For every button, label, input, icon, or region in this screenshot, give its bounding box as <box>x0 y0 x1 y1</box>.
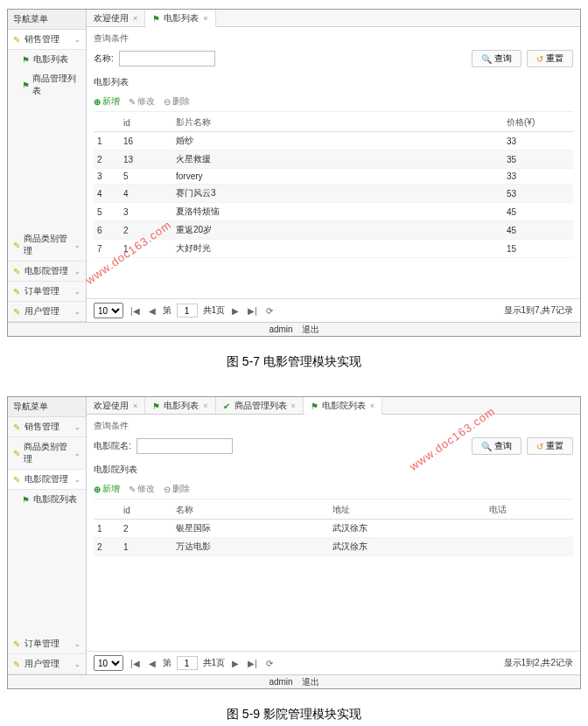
sidebar-item-sales[interactable]: ✎销售管理⌄ <box>8 417 86 437</box>
reset-button[interactable]: ↺重置 <box>527 50 573 67</box>
sidebar-item-cinema[interactable]: ✎电影院管理⌄ <box>8 470 86 490</box>
button-label: 查询 <box>494 440 512 452</box>
delete-button[interactable]: ⊖删除 <box>164 483 190 495</box>
page-input[interactable] <box>177 304 198 318</box>
pager-last[interactable]: ▶| <box>246 306 259 316</box>
logout-link[interactable]: 退出 <box>302 324 319 336</box>
sidebar-item-cinema[interactable]: ✎电影院管理⌄ <box>8 262 86 282</box>
sidebar-item-order[interactable]: ✎订单管理⌄ <box>8 282 86 302</box>
close-icon[interactable]: × <box>291 401 296 410</box>
close-icon[interactable]: × <box>370 401 374 410</box>
sidebar-item-sales[interactable]: ✎销售管理⌄ <box>8 30 86 50</box>
add-button[interactable]: ⊕新增 <box>94 95 120 108</box>
table-row[interactable]: 35forvery33 <box>94 169 573 185</box>
sidebar-item-label: 用户管理 <box>24 658 60 670</box>
page-input[interactable] <box>177 656 198 670</box>
cinema-name-input[interactable] <box>136 438 233 454</box>
table-row[interactable]: 213火星救援35 <box>94 150 573 169</box>
tabs: 欢迎使用× ⚑电影列表× ✔商品管理列表× ⚑电影院列表× <box>87 397 580 415</box>
pager-first[interactable]: |◀ <box>129 306 142 316</box>
page-size-select[interactable]: 10 <box>94 303 123 318</box>
close-icon[interactable]: × <box>133 401 137 410</box>
pen-icon: ✎ <box>13 660 22 668</box>
pager-first[interactable]: |◀ <box>129 659 142 668</box>
page-size-select[interactable]: 10 <box>94 655 123 671</box>
tab-goodslist[interactable]: ✔商品管理列表× <box>216 397 304 414</box>
tab-movielist[interactable]: ⚑电影列表× <box>145 397 215 414</box>
sidebar-item-goodscat[interactable]: ✎商品类别管理⌄ <box>8 229 86 262</box>
reset-icon: ↺ <box>536 54 543 64</box>
close-icon[interactable]: × <box>133 14 137 23</box>
pager-next[interactable]: ▶ <box>230 659 241 668</box>
flag-icon: ⚑ <box>22 55 31 64</box>
edit-button[interactable]: ✎修改 <box>129 95 155 108</box>
sidebar-item-order[interactable]: ✎订单管理⌄ <box>8 634 86 654</box>
add-button[interactable]: ⊕新增 <box>94 483 120 495</box>
button-label: 删除 <box>172 95 190 108</box>
sidebar-item-user[interactable]: ✎用户管理⌄ <box>8 302 86 322</box>
tab-welcome[interactable]: 欢迎使用× <box>87 10 145 26</box>
table-row[interactable]: 21万达电影武汉徐东 <box>94 538 573 556</box>
sidebar-item-goodscat[interactable]: ✎商品类别管理⌄ <box>8 437 86 470</box>
th-num <box>94 501 120 520</box>
search-label: 电影院名: <box>94 440 131 452</box>
delete-button[interactable]: ⊖删除 <box>164 95 190 108</box>
table-row[interactable]: 53夏洛特烦恼45 <box>94 203 573 221</box>
sidebar-item-label: 商品类别管理 <box>24 441 72 465</box>
name-input[interactable] <box>119 51 215 66</box>
chevron-icon: ⌄ <box>74 288 80 296</box>
table-row[interactable]: 116婚纱33 <box>94 132 573 150</box>
table-row[interactable]: 44赛门风云353 <box>94 185 573 203</box>
sidebar-item-label: 电影院管理 <box>24 265 68 277</box>
pen-icon: ✎ <box>13 35 22 44</box>
minus-icon: ⊖ <box>164 97 171 107</box>
tab-cinemalist[interactable]: ⚑电影院列表× <box>304 397 382 415</box>
pager-prev[interactable]: ◀ <box>147 659 158 668</box>
sidebar-title: 导航菜单 <box>8 397 86 417</box>
search-button[interactable]: 🔍查询 <box>472 50 522 67</box>
chevron-down-icon: ⌄ <box>74 36 80 44</box>
tab-label: 欢迎使用 <box>94 400 129 412</box>
th-price: 价格(¥) <box>503 114 573 132</box>
pager-refresh[interactable]: ⟳ <box>264 306 275 316</box>
th-addr: 地址 <box>329 501 486 520</box>
pager-prev[interactable]: ◀ <box>147 306 158 316</box>
pager-next[interactable]: ▶ <box>230 306 241 316</box>
reset-icon: ↺ <box>536 442 543 451</box>
logout-link[interactable]: 退出 <box>302 676 319 688</box>
chevron-icon: ⌄ <box>74 640 80 648</box>
sidebar-sub-movielist[interactable]: ⚑电影列表 <box>8 50 86 69</box>
pen-icon: ✎ <box>13 241 21 249</box>
tick-icon: ✔ <box>223 401 232 410</box>
pager-last[interactable]: ▶| <box>246 659 259 668</box>
flag-icon: ⚑ <box>22 80 30 89</box>
button-label: 修改 <box>137 95 155 108</box>
sidebar-item-label: 电影院管理 <box>24 473 68 485</box>
pager-label: 第 <box>163 304 172 317</box>
tab-movielist[interactable]: ⚑电影列表× <box>145 10 215 27</box>
table-row[interactable]: 62重返20岁45 <box>94 221 573 240</box>
pager-refresh[interactable]: ⟳ <box>264 659 275 668</box>
sidebar-item-user[interactable]: ✎用户管理⌄ <box>8 654 86 674</box>
flag-icon: ⚑ <box>152 14 161 23</box>
close-icon[interactable]: × <box>203 14 207 23</box>
footer: admin 退出 <box>8 674 580 688</box>
reset-button[interactable]: ↺重置 <box>527 437 573 455</box>
figure-caption-2: 图 5-9 影院管理模块实现 <box>0 707 588 723</box>
table-row[interactable]: 71大好时光15 <box>94 240 573 258</box>
search-button[interactable]: 🔍查询 <box>472 437 522 455</box>
th-id: id <box>120 114 172 132</box>
pen-icon: ✎ <box>13 422 22 431</box>
table-row[interactable]: 12银星国际武汉徐东 <box>94 520 573 538</box>
sidebar-sub-goodslist[interactable]: ⚑商品管理列表 <box>8 69 86 101</box>
th-tel: 电话 <box>486 501 573 520</box>
plus-icon: ⊕ <box>94 485 101 494</box>
chevron-icon: ⌄ <box>74 423 80 431</box>
close-icon[interactable]: × <box>203 401 207 410</box>
flag-icon: ⚑ <box>311 401 319 410</box>
pen-icon: ✎ <box>13 287 22 296</box>
tab-welcome[interactable]: 欢迎使用× <box>87 397 145 414</box>
sidebar-sub-cinemalist[interactable]: ⚑电影院列表 <box>8 490 86 509</box>
pencil-icon: ✎ <box>129 485 136 494</box>
edit-button[interactable]: ✎修改 <box>129 483 155 495</box>
